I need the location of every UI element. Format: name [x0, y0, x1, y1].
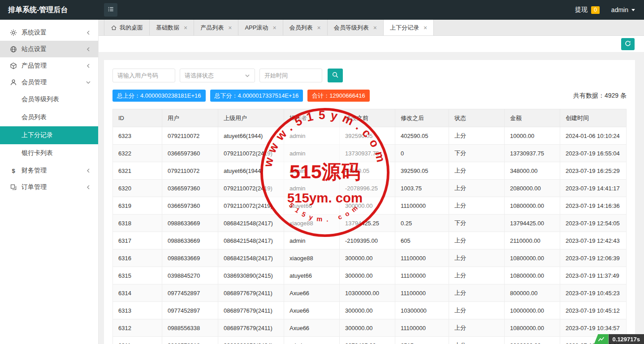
table-cell: 348000.00	[505, 162, 560, 180]
table-cell: 800000.00	[505, 284, 560, 302]
close-icon[interactable]: ×	[317, 25, 321, 31]
table-cell: 2023-07-19 16:55:04	[560, 145, 627, 162]
table-cell: 上分	[449, 127, 505, 145]
user-menu[interactable]: admin	[611, 6, 635, 13]
table-cell: 11100000	[395, 249, 449, 267]
table-cell: 6315	[113, 267, 162, 284]
tab-APP滚动[interactable]: APP滚动×	[238, 20, 283, 35]
sidebar-item-订单管理[interactable]: 订单管理	[0, 179, 98, 195]
table-cell: 2023-07-19 10:45:23	[560, 284, 627, 302]
sidebar-item-系统设置[interactable]: 系统设置	[0, 24, 98, 41]
table-row: 631809886336690868421548(2417)xiaoge8813…	[113, 215, 627, 232]
tab-会员等级列表[interactable]: 会员等级列表×	[328, 20, 384, 35]
table-cell: atuyet66	[284, 267, 340, 284]
tab-产品列表[interactable]: 产品列表×	[194, 20, 238, 35]
table-header-cell: 修改之前	[340, 109, 395, 127]
table-cell: 300000.00	[340, 197, 395, 215]
sidebar-item-银行卡列表[interactable]: 银行卡列表	[0, 144, 98, 162]
table-cell: 392590.05	[395, 162, 449, 180]
chevron-left-icon	[86, 168, 91, 173]
table-cell: 0.25	[395, 215, 449, 232]
table-cell: xiaoge88	[284, 215, 340, 232]
close-icon[interactable]: ×	[272, 25, 276, 31]
sum-badge: 合计：12900666416	[307, 90, 370, 102]
sidebar: 系统设置站点设置产品管理会员管理会员等级列表会员列表上下分记录银行卡列表$财务管…	[0, 20, 99, 344]
table-cell: 0988633669	[162, 232, 218, 249]
table-cell: 2023-07-19 14:41:17	[560, 180, 627, 197]
order-icon	[10, 184, 17, 191]
sidebar-item-会员等级列表[interactable]: 会员等级列表	[0, 90, 98, 108]
chevron-left-icon	[86, 47, 91, 52]
table-row: 632203665973600792110072(2419)admin13730…	[113, 145, 627, 162]
table-cell: 3073485.00	[340, 337, 395, 344]
table-cell: xiaoge88	[284, 249, 340, 267]
table-cell: 0366578918	[162, 337, 218, 344]
table-header-cell: 创建时间	[560, 109, 627, 127]
table-row: 632003665973600792110072(2419)admin-2078…	[113, 180, 627, 197]
sidebar-item-上下分记录[interactable]: 上下分记录	[0, 126, 98, 144]
table-cell: 6313	[113, 302, 162, 319]
status-select[interactable]: 请选择状态	[180, 69, 255, 82]
table-cell: 0868421548(2417)	[218, 215, 284, 232]
sidebar-item-label: 订单管理	[22, 183, 47, 191]
sidebar-item-站点设置[interactable]: 站点设置	[0, 41, 98, 57]
table-cell: 0868421548(2417)	[218, 232, 284, 249]
close-icon[interactable]: ×	[228, 25, 232, 31]
table-cell: 6314	[113, 284, 162, 302]
table-cell: 6322	[113, 145, 162, 162]
table-header-cell: 上级用户	[218, 109, 284, 127]
table-header-cell: 金额	[505, 109, 560, 127]
start-time-input[interactable]	[259, 69, 322, 82]
table-cell: 0988633669	[162, 215, 218, 232]
close-icon[interactable]: ×	[373, 25, 377, 31]
table-row: 631709886336690868421548(2417)admin-2109…	[113, 232, 627, 249]
refresh-button[interactable]	[621, 38, 635, 50]
sidebar-item-会员列表[interactable]: 会员列表	[0, 108, 98, 126]
page-load-time: 0.129717s	[609, 334, 644, 344]
sidebar-item-会员管理[interactable]: 会员管理	[0, 74, 98, 90]
search-icon	[332, 71, 339, 80]
member-icon	[10, 79, 17, 86]
tab-基础数据[interactable]: 基础数据×	[150, 20, 194, 35]
table-cell: atuyet66	[284, 197, 340, 215]
table-cell: 0868977679(2411)	[218, 284, 284, 302]
table-cell: 392590.05	[340, 127, 395, 145]
table-cell: 300000.00	[340, 267, 395, 284]
sidebar-item-产品管理[interactable]: 产品管理	[0, 57, 98, 74]
withdraw-badge: 0	[591, 6, 600, 14]
sidebar-toggle-button[interactable]	[104, 3, 117, 17]
table-cell: 13730937.75	[340, 145, 395, 162]
sidebar-item-label: 系统设置	[22, 29, 47, 37]
tab-我的桌面[interactable]: 我的桌面	[104, 20, 150, 35]
table-cell: 2023-07-19 11:37:49	[560, 267, 627, 284]
table-cell: 13794425.00	[505, 215, 560, 232]
table-row: 631903665973600792110072(2419)atuyet6630…	[113, 197, 627, 215]
tabbar: 我的桌面基础数据×产品列表×APP滚动×会员列表×会员等级列表×上下分记录×	[99, 20, 644, 36]
close-icon[interactable]: ×	[184, 25, 187, 31]
table-cell: 10000.00	[505, 127, 560, 145]
chevron-down-icon	[631, 9, 635, 11]
table-cell: admin	[284, 162, 340, 180]
tab-会员列表[interactable]: 会员列表×	[283, 20, 328, 35]
table-cell: 上分	[449, 249, 505, 267]
withdraw-link[interactable]: 提现	[575, 6, 588, 14]
table-cell: -2078996.25	[340, 180, 395, 197]
table-cell: 0977452897	[162, 302, 218, 319]
tab-label: 基础数据	[156, 24, 179, 32]
table-row: 631309774528970868977679(2411)Axue663000…	[113, 302, 627, 319]
table-cell: atuyet66(1944)	[218, 162, 284, 180]
table-cell: 11100000	[395, 197, 449, 215]
close-icon[interactable]: ×	[424, 25, 427, 31]
table-header-row: ID用户上级用户操作者修改之前修改之后状态金额创建时间	[113, 109, 627, 127]
table-cell: 2023-07-19 14:16:36	[560, 197, 627, 215]
product-icon	[10, 62, 17, 69]
table-cell: 0398845270	[162, 267, 218, 284]
user-number-input[interactable]	[112, 69, 175, 82]
table-cell: 10800000.00	[505, 249, 560, 267]
table-cell: Axue66	[284, 284, 340, 302]
sidebar-item-财务管理[interactable]: $财务管理	[0, 162, 98, 179]
table-cell: 上分	[449, 302, 505, 319]
tab-上下分记录[interactable]: 上下分记录×	[384, 20, 434, 35]
table-cell: 上分	[449, 162, 505, 180]
search-button[interactable]	[328, 69, 343, 82]
